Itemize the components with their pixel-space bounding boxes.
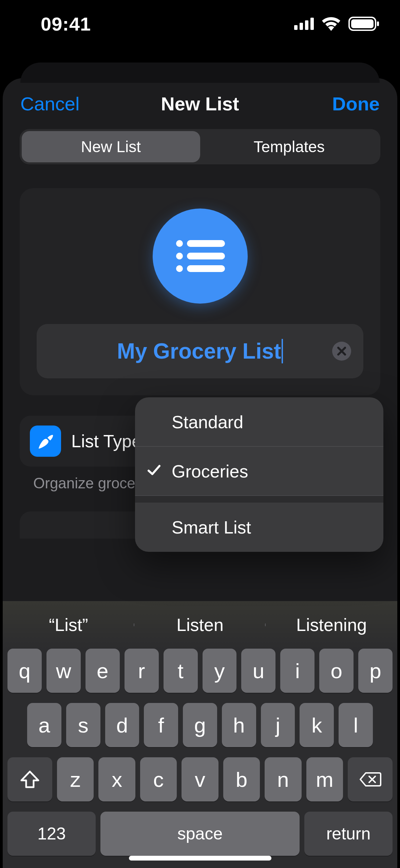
clear-text-button[interactable]	[332, 342, 351, 361]
key-w[interactable]: w	[46, 649, 81, 693]
key-v[interactable]: v	[182, 757, 218, 801]
shift-key[interactable]	[7, 757, 52, 801]
key-r[interactable]: r	[125, 649, 159, 693]
key-e[interactable]: e	[85, 649, 120, 693]
cancel-button[interactable]: Cancel	[20, 93, 79, 115]
list-name-input[interactable]: My Grocery List	[37, 324, 363, 378]
key-row-4: 123 space return	[7, 812, 393, 856]
key-k[interactable]: k	[300, 703, 334, 747]
svg-rect-0	[294, 25, 298, 30]
prediction-1[interactable]: “List”	[3, 615, 134, 635]
key-x[interactable]: x	[98, 757, 135, 801]
key-n[interactable]: n	[265, 757, 301, 801]
key-row-2: a s d f g h j k l	[7, 703, 393, 747]
menu-item-standard[interactable]: Standard	[135, 397, 383, 447]
key-row-1: q w e r t y u i o p	[7, 649, 393, 693]
key-y[interactable]: y	[203, 649, 237, 693]
cellular-icon	[294, 18, 314, 30]
backspace-key[interactable]	[348, 757, 393, 801]
list-type-label: List Type	[71, 431, 141, 451]
key-g[interactable]: g	[183, 703, 217, 747]
segment-new-list[interactable]: New List	[22, 131, 200, 162]
key-o[interactable]: o	[319, 649, 354, 693]
svg-rect-10	[187, 253, 225, 259]
menu-item-label: Smart List	[172, 517, 251, 538]
svg-rect-8	[187, 240, 225, 247]
backspace-icon	[359, 772, 381, 787]
x-icon	[337, 347, 346, 356]
key-j[interactable]: j	[261, 703, 295, 747]
svg-rect-5	[351, 19, 374, 28]
numbers-key[interactable]: 123	[7, 812, 96, 856]
key-l[interactable]: l	[339, 703, 373, 747]
menu-item-label: Groceries	[172, 461, 248, 482]
svg-point-9	[176, 253, 183, 259]
svg-point-7	[176, 240, 183, 247]
key-d[interactable]: d	[105, 703, 139, 747]
keyboard: “List” Listen Listening q w e r t y u i …	[3, 601, 397, 868]
new-list-sheet: Cancel New List Done New List Templates …	[3, 78, 397, 868]
list-icon-badge[interactable]	[153, 209, 248, 304]
list-type-menu: Standard Groceries Smart List	[135, 397, 383, 552]
predictive-bar: “List” Listen Listening	[3, 601, 397, 649]
svg-rect-12	[187, 265, 225, 272]
svg-rect-3	[310, 18, 314, 30]
status-indicators	[294, 17, 380, 31]
shift-icon	[20, 770, 40, 789]
key-b[interactable]: b	[223, 757, 260, 801]
home-indicator[interactable]	[129, 856, 271, 861]
key-h[interactable]: h	[222, 703, 256, 747]
menu-item-smart-list[interactable]: Smart List	[135, 503, 383, 552]
menu-item-label: Standard	[172, 412, 243, 432]
prediction-3[interactable]: Listening	[266, 615, 397, 635]
key-s[interactable]: s	[66, 703, 100, 747]
menu-separator	[135, 496, 383, 503]
key-t[interactable]: t	[164, 649, 198, 693]
key-u[interactable]: u	[241, 649, 275, 693]
key-z[interactable]: z	[57, 757, 94, 801]
key-f[interactable]: f	[144, 703, 178, 747]
svg-rect-2	[305, 20, 308, 30]
key-m[interactable]: m	[306, 757, 343, 801]
key-q[interactable]: q	[7, 649, 42, 693]
text-cursor	[282, 339, 283, 363]
return-key[interactable]: return	[304, 812, 393, 856]
key-row-3: z x c v b n m	[7, 757, 393, 801]
list-appearance-card: My Grocery List	[20, 188, 380, 395]
list-bullet-icon	[175, 237, 226, 275]
done-button[interactable]: Done	[332, 93, 380, 115]
svg-point-11	[176, 265, 183, 272]
menu-item-groceries[interactable]: Groceries	[135, 447, 383, 496]
key-p[interactable]: p	[358, 649, 393, 693]
check-icon	[147, 461, 161, 482]
nav-bar: Cancel New List Done	[3, 78, 397, 129]
key-i[interactable]: i	[280, 649, 315, 693]
prediction-2[interactable]: Listen	[134, 615, 266, 635]
key-a[interactable]: a	[27, 703, 61, 747]
svg-rect-6	[377, 21, 379, 26]
svg-rect-1	[300, 23, 303, 30]
list-name-text: My Grocery List	[117, 339, 281, 364]
carrot-icon	[30, 426, 61, 457]
segmented-control[interactable]: New List Templates	[20, 129, 380, 164]
wifi-icon	[321, 17, 341, 31]
key-c[interactable]: c	[140, 757, 177, 801]
status-bar: 09:41	[0, 0, 400, 48]
battery-icon	[348, 17, 380, 31]
space-key[interactable]: space	[100, 812, 300, 856]
segment-templates[interactable]: Templates	[200, 131, 379, 162]
status-time: 09:41	[41, 13, 91, 35]
